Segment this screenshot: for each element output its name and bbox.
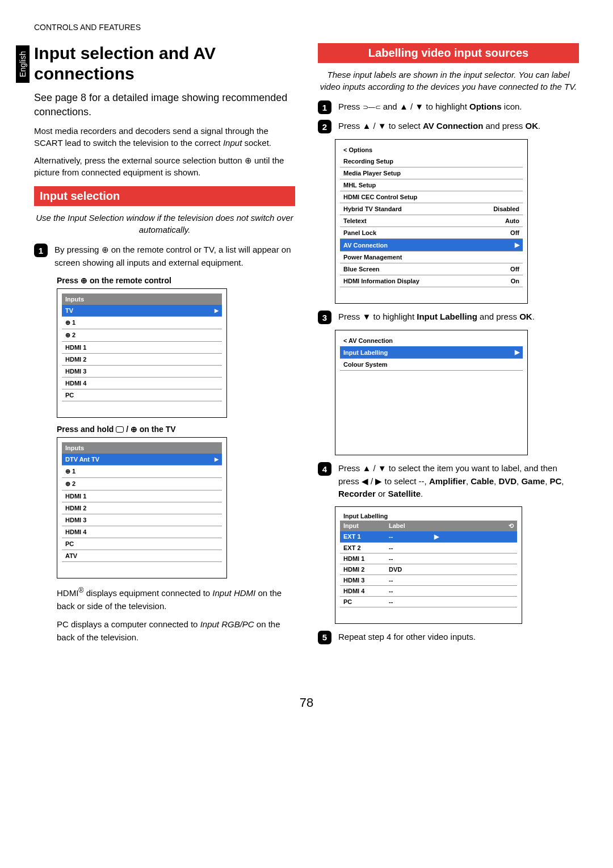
menu-item: HDMI 1: [62, 490, 222, 502]
step-text: Press ▲ / ▼ to select the item you want …: [338, 462, 579, 501]
menu-item: Recording Setup: [340, 156, 523, 167]
table-row: EXT 1--▶: [340, 531, 517, 543]
menu-item: MHL Setup: [340, 179, 523, 191]
paragraph-scart: Most media recorders and decoders send a…: [34, 125, 295, 149]
table-row: HDMI 2DVD: [340, 564, 517, 575]
table-row: HDMI 1--: [340, 553, 517, 564]
menu-item: AV Connection▶: [340, 239, 523, 251]
step-1-right: 1 Press ⊃—⊂ and ▲ / ▼ to highlight Optio…: [318, 100, 579, 114]
table-row: HDMI 3--: [340, 575, 517, 586]
step-5-right: 5 Repeat step 4 for other video inputs.: [318, 631, 579, 644]
two-column-layout: Input selection and AV connections See p…: [34, 43, 579, 650]
table-row: HDMI 4--: [340, 586, 517, 597]
menu-inputs-tv: Inputs DTV Ant TV▶⊕ 1⊕ 2HDMI 1HDMI 2HDMI…: [57, 437, 227, 578]
menu-item: Panel LockOff: [340, 227, 523, 239]
menu-item: HDMI 1: [62, 342, 222, 354]
lead-paragraph: See page 8 for a detailed image showing …: [34, 91, 295, 119]
menu-inputs-remote: Inputs TV▶⊕ 1⊕ 2HDMI 1HDMI 2HDMI 3HDMI 4…: [57, 288, 227, 418]
step-number-icon: 3: [318, 311, 331, 324]
menu-item: HDMI 2: [62, 354, 222, 366]
menu-item: ⊕ 2: [62, 329, 222, 342]
intro-input-selection: Use the Input Selection window if the te…: [34, 212, 295, 236]
page-title: Input selection and AV connections: [34, 43, 295, 84]
menu-item: HDMI 3: [62, 514, 222, 526]
table-header-row: Input Label ⟲: [340, 521, 517, 531]
step-1-left: 1 By pressing ⊕ on the remote control or…: [34, 244, 295, 269]
section-input-selection: Input selection: [34, 186, 295, 206]
step-text: Repeat step 4 for other video inputs.: [338, 631, 579, 644]
menu-item: HDMI 4: [62, 526, 222, 538]
header-chapter: CONTROLS AND FEATURES: [34, 23, 579, 32]
menu-header: Inputs: [62, 293, 222, 305]
menu-item: Media Player Setup: [340, 167, 523, 179]
step-2-right: 2 Press ▲ / ▼ to select AV Connection an…: [318, 120, 579, 133]
step-number-icon: 5: [318, 631, 331, 644]
table-input-labelling: Input Labelling Input Label ⟲ EXT 1--▶EX…: [335, 506, 522, 624]
menu-item: Blue ScreenOff: [340, 263, 523, 275]
menu-options: < Options Recording SetupMedia Player Se…: [335, 139, 528, 304]
paragraph-pc-note: PC displays a computer connected to Inpu…: [57, 618, 295, 644]
menu-item: Colour System: [340, 359, 523, 371]
menu-item: ⊕ 1: [62, 466, 222, 478]
reset-icon: ⟲: [434, 522, 514, 530]
menu-item: HDMI Information DisplayOn: [340, 275, 523, 287]
step-number-icon: 4: [318, 462, 331, 476]
step-text: Press ⊃—⊂ and ▲ / ▼ to highlight Options…: [338, 100, 579, 114]
paragraph-hdmi-note: HDMI® displays equipment connected to In…: [57, 585, 295, 613]
step-4-right: 4 Press ▲ / ▼ to select the item you wan…: [318, 462, 579, 501]
menu-item: HDMI CEC Control Setup: [340, 191, 523, 203]
step-text: Press ▲ / ▼ to select AV Connection and …: [338, 120, 579, 133]
table-row: PC--: [340, 597, 517, 607]
menu-item: ATV: [62, 550, 222, 562]
paragraph-source-button: Alternatively, press the external source…: [34, 154, 295, 178]
step-number-icon: 2: [318, 120, 331, 133]
menu-back-link: < AV Connection: [340, 335, 523, 346]
right-column: Labelling video input sources These inpu…: [318, 43, 579, 650]
sublabel-remote: Press ⊕ on the remote control: [57, 276, 295, 285]
p-button-icon: [116, 426, 124, 433]
step-1-text: By pressing ⊕ on the remote control or T…: [54, 244, 295, 269]
menu-item: ⊕ 2: [62, 478, 222, 490]
wrench-icon: ⊃—⊂: [363, 103, 381, 111]
menu-item: ⊕ 1: [62, 317, 222, 329]
menu-item: PC: [62, 538, 222, 550]
menu-item: HDMI 2: [62, 502, 222, 514]
menu-item: HDMI 4: [62, 378, 222, 389]
menu-item: Input Labelling▶: [340, 346, 523, 359]
menu-item: TeletextAuto: [340, 215, 523, 227]
step-text: Press ▼ to highlight Input Labelling and…: [338, 311, 579, 324]
left-column: Input selection and AV connections See p…: [34, 43, 295, 650]
menu-header: Inputs: [62, 442, 222, 454]
page-number: 78: [34, 695, 579, 710]
table-row: EXT 2--: [340, 543, 517, 553]
step-number-icon: 1: [318, 100, 331, 114]
menu-item: Hybrid TV StandardDisabled: [340, 203, 523, 215]
intro-labelling: These input labels are shown in the inpu…: [318, 69, 579, 93]
language-tab: English: [16, 45, 30, 83]
menu-item: DTV Ant TV▶: [62, 454, 222, 466]
menu-item: PC: [62, 389, 222, 401]
menu-av-connection: < AV Connection Input Labelling▶Colour S…: [335, 330, 528, 455]
menu-item: HDMI 3: [62, 366, 222, 378]
step-number-icon: 1: [34, 244, 48, 257]
menu-item: Power Management: [340, 251, 523, 263]
menu-back-link: < Options: [340, 144, 523, 156]
sublabel-tv: Press and hold / ⊕ on the TV: [57, 425, 295, 434]
section-labelling: Labelling video input sources: [318, 43, 579, 63]
menu-item: TV▶: [62, 305, 222, 317]
table-title: Input Labelling: [340, 511, 517, 521]
step-3-right: 3 Press ▼ to highlight Input Labelling a…: [318, 311, 579, 324]
